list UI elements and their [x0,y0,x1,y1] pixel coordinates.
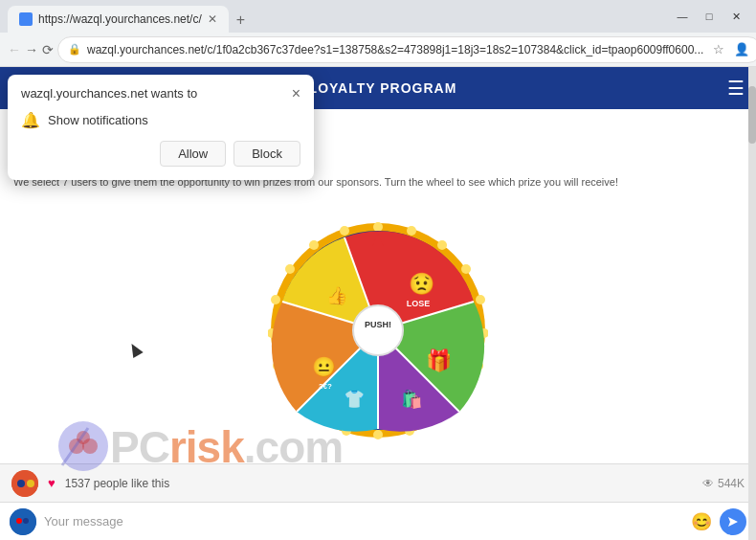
popup-close-button[interactable]: × [292,86,300,101]
profile-icon[interactable]: 👤 [732,40,751,59]
address-bar[interactable]: 🔒 wazql.yourchances.net/c/1f0a2cb367c37d… [57,36,756,63]
svg-text:🎁: 🎁 [426,348,453,373]
svg-point-8 [476,295,485,304]
svg-text:😐: 😐 [312,355,336,378]
svg-text:👕: 👕 [344,389,366,410]
svg-text:🛍️: 🛍️ [401,389,423,410]
popup-header: wazql.yourchances.net wants to × [21,86,300,101]
toolbar: ← → ⟳ 🔒 wazql.yourchances.net/c/1f0a2cb3… [0,33,756,67]
svg-point-6 [437,240,447,250]
eye-icon: 👁 [702,477,714,490]
url-text: wazql.yourchances.net/c/1f0a2cb367c37dee… [87,43,703,56]
svg-point-21 [285,264,295,274]
notification-popup: wazql.yourchances.net wants to × 🔔 Show … [8,75,314,180]
emoji-button[interactable]: 😊 [691,511,712,532]
comment-avatar [10,508,36,535]
social-bar: ♥ 1537 people like this 👁 544K [0,463,756,502]
svg-text:LOSE: LOSE [407,299,431,308]
tab-close-button[interactable]: ✕ [208,12,217,26]
svg-point-43 [17,480,25,487]
page-content: LOYALTY PROGRAM ☰ Thursday, 28 January 2… [0,67,756,540]
svg-point-20 [271,295,280,304]
send-button[interactable] [720,508,746,535]
popup-notification-row: 🔔 Show notifications [21,111,300,129]
svg-point-45 [10,508,36,535]
svg-text:😟: 😟 [409,271,435,297]
popup-notification-text: Show notifications [48,113,148,127]
comment-input[interactable]: Your message [44,514,683,529]
svg-point-14 [373,430,383,439]
views-container: 👁 544K [702,477,745,490]
svg-point-22 [309,240,319,250]
refresh-button[interactable]: ⟳ [42,36,54,63]
likes-count: 1537 people like this [65,477,169,490]
title-bar: https://wazql.yourchances.net/c/ ✕ + — □… [0,0,756,33]
svg-point-5 [407,226,416,236]
maximize-button[interactable]: □ [697,7,722,26]
svg-point-39 [353,305,403,355]
tab-favicon [19,12,33,26]
wheel-container: 😟 LOSE 🎁 🛍️ 👕 😐 3€? 👍 [0,197,756,463]
svg-point-23 [340,226,349,236]
svg-point-44 [27,480,34,487]
popup-title: wazql.yourchances.net wants to [21,86,197,101]
site-header-title: LOYALTY PROGRAM [309,80,457,96]
svg-text:PUSH!: PUSH! [365,320,391,329]
browser-window: https://wazql.yourchances.net/c/ ✕ + — □… [0,0,756,540]
svg-point-7 [461,264,471,274]
forward-button[interactable]: → [25,36,38,63]
tab-bar: https://wazql.yourchances.net/c/ ✕ + [8,0,253,33]
security-icon: 🔒 [68,43,81,56]
popup-buttons: Allow Block [21,141,300,167]
comment-bar: Your message 😊 [0,502,756,540]
minimize-button[interactable]: — [670,7,695,26]
scrollbar-thumb[interactable] [748,86,756,144]
block-button[interactable]: Block [233,141,300,167]
svg-text:3€?: 3€? [319,382,332,391]
site-header-menu-icon[interactable]: ☰ [727,77,745,100]
scrollbar[interactable] [748,67,756,540]
tab-title: https://wazql.yourchances.net/c/ [38,12,202,26]
new-tab-button[interactable]: + [229,8,253,33]
views-count: 544K [718,477,745,490]
svg-point-46 [16,518,22,524]
svg-text:👍: 👍 [326,285,348,306]
svg-marker-48 [728,517,738,527]
bookmark-star-icon[interactable]: ☆ [709,40,728,59]
window-controls: — □ ✕ [670,7,748,26]
bell-icon: 🔔 [21,111,40,129]
svg-point-47 [23,518,29,524]
heart-icon: ♥ [48,476,56,490]
svg-point-4 [373,222,383,232]
active-tab[interactable]: https://wazql.yourchances.net/c/ ✕ [8,6,229,33]
address-bar-icons: ☆ 👤 [709,40,751,59]
close-button[interactable]: ✕ [723,7,748,26]
prize-wheel[interactable]: 😟 LOSE 🎁 🛍️ 👕 😐 3€? 👍 [268,220,488,440]
avatar [11,470,38,497]
back-button[interactable]: ← [8,36,21,63]
allow-button[interactable]: Allow [160,141,226,167]
